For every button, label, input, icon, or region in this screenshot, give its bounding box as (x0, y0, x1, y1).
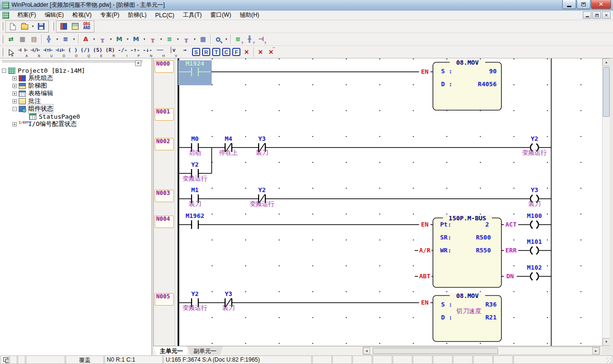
menu-view[interactable]: 检视(V) (68, 10, 96, 20)
tool-contact-up[interactable]: ⊣↑⊢U (42, 46, 54, 57)
tool-step-r[interactable]: R (202, 48, 210, 56)
toolbar-grip[interactable] (1, 22, 3, 31)
expand-icon[interactable]: + (12, 99, 17, 103)
collapse-icon[interactable]: - (2, 68, 6, 73)
status-windows-panel[interactable] (0, 355, 9, 364)
coil-m101[interactable]: M101 (527, 238, 551, 254)
calculator-button[interactable]: ▦ (197, 34, 209, 45)
delete-network-button[interactable]: ×→ (266, 48, 276, 57)
coil-y3[interactable]: Y3 装刀 (528, 186, 551, 207)
ladder-editor[interactable]: N000 N001 N002 N003 N004 N005 M1924 (153, 58, 602, 346)
tool-counter-c[interactable]: C (222, 48, 230, 56)
mdi-document-icon[interactable] (2, 12, 9, 19)
tool-horizontal-line[interactable]: ──H (154, 46, 166, 57)
tree-item-io-config[interactable]: + I/OXY I/O编号配置状态 (0, 120, 151, 128)
open-file-dropdown[interactable]: ▼ (30, 21, 35, 32)
network-dropdown[interactable]: ▼ (55, 34, 60, 45)
open-file-button[interactable] (19, 21, 30, 32)
tool-contact-a[interactable]: ⊣ ⊢A (17, 46, 29, 57)
menu-help[interactable]: 辅助(H) (236, 10, 264, 20)
tool-coil-set[interactable]: (S)E (91, 46, 104, 57)
network-button[interactable]: ╬ (43, 34, 55, 45)
tree-item-table-edit[interactable]: + 表格编辑 (0, 90, 151, 97)
new-file-button[interactable] (7, 21, 19, 32)
register-book-button[interactable]: ▤ (28, 34, 40, 45)
monitor-m-button[interactable]: ╥ (181, 34, 192, 45)
contact-y2-branch[interactable]: Y2 变频运行 (182, 161, 207, 182)
scroll-up-button[interactable]: ▲ (602, 58, 610, 66)
mdi-restore-button[interactable] (592, 11, 601, 19)
comment-edit-button[interactable]: A (80, 34, 91, 45)
motor-stop-dropdown[interactable]: ▼ (142, 34, 147, 45)
toolbar-grip[interactable] (52, 22, 54, 31)
org-and-button[interactable]: ORG AND (81, 21, 92, 32)
toolbar-grip[interactable] (1, 48, 3, 57)
motor-run-dropdown[interactable]: ▼ (125, 34, 130, 45)
contact-m0[interactable]: M0 启动 (189, 135, 201, 156)
tree-item-comment[interactable]: + 批注 (0, 97, 151, 105)
contact-y3-nc[interactable]: Y3 装刀 (256, 135, 268, 156)
monitor-point-dropdown[interactable]: ▼ (108, 34, 114, 45)
expand-icon[interactable]: + (12, 91, 17, 96)
contact-m4-nc[interactable]: M4 停在上 (219, 135, 238, 156)
tool-falling-edge[interactable]: -↓-N (141, 46, 154, 57)
expand-icon[interactable]: + (12, 122, 17, 126)
zoom-view-button[interactable] (212, 34, 224, 45)
panel-close-button[interactable]: × (135, 60, 141, 66)
save-button[interactable] (35, 21, 47, 32)
motor-stop-button[interactable]: M (130, 34, 142, 45)
horizontal-scrollbar[interactable]: ◄ ► (363, 347, 600, 355)
panel-drag-handle[interactable]: × (2, 59, 143, 65)
motor-run-button[interactable]: M (114, 34, 125, 45)
menu-edit[interactable]: 编辑(E) (40, 10, 68, 20)
vertical-scrollbar[interactable]: ▲ ▼ (602, 58, 610, 346)
comment-edit-dropdown[interactable]: ▼ (91, 34, 97, 45)
ladder-window-button[interactable] (69, 21, 81, 32)
delete-row-button[interactable]: × (255, 48, 266, 57)
ladder-row-button[interactable]: ≡ (60, 34, 71, 45)
monitor-a-dropdown[interactable]: ▼ (159, 34, 164, 45)
menu-ladder[interactable]: 阶梯(L) (124, 10, 151, 20)
menu-project[interactable]: 专案(P) (96, 10, 124, 20)
tree-item-component-status[interactable]: - 组件状态 (0, 105, 151, 113)
status-list-button[interactable]: ≡ (164, 34, 175, 45)
coil-m102[interactable]: M102 (527, 264, 551, 280)
scroll-right-button[interactable]: ► (592, 347, 600, 354)
toolbar-grip[interactable] (1, 35, 3, 44)
contact-m1962[interactable]: M1962 (185, 212, 204, 229)
collapse-icon[interactable]: - (12, 107, 17, 111)
tool-coil-out[interactable]: ( )O (67, 46, 79, 57)
tree-item-ladder-diagram[interactable]: + 阶梯图 (0, 82, 151, 90)
restore-button[interactable] (577, 0, 590, 9)
contact-y2[interactable]: Y2 变频运行 (182, 290, 207, 311)
menu-plc[interactable]: PLC(C) (151, 11, 179, 20)
contact-m1[interactable]: M1 装刀 (189, 186, 201, 207)
contact-y3-nc[interactable]: Y3 装刀 (222, 290, 235, 311)
function-block-mbus[interactable]: 150P.M-BUS Pt: 2 SR: R500 WR: R550 (433, 215, 501, 287)
close-button[interactable]: ✕ (591, 0, 611, 9)
tool-contact-b[interactable]: ⊣/⊢B (29, 46, 42, 57)
coil-y2[interactable]: Y2 变频运行 (522, 135, 551, 156)
minimize-button[interactable] (562, 0, 576, 9)
mdi-close-button[interactable]: ✕ (602, 11, 611, 19)
project-window-button[interactable] (58, 21, 69, 32)
tool-function-f[interactable]: F (232, 48, 240, 56)
expand-icon[interactable]: + (12, 76, 17, 80)
tool-coil-reset[interactable]: (R)R (104, 46, 116, 57)
menu-window[interactable]: 窗口(W) (206, 10, 235, 20)
tree-item-system-config[interactable]: + 系统组态 (0, 74, 151, 82)
tool-rising-edge[interactable]: -↑-P (129, 46, 141, 57)
ladder-canvas[interactable]: M1924 EN 08.MOV S : 90 D : R4056 (154, 58, 602, 346)
tool-step-s[interactable]: S (192, 48, 200, 56)
function-block-mov2[interactable]: 08.MOV S : R36 切刀速度 D : R21 (433, 292, 501, 341)
tool-invert[interactable]: -/-I (116, 46, 129, 57)
ladder-row-dropdown[interactable]: ▼ (71, 34, 77, 45)
tree-item-project[interactable]: - Project0 [B1z-14M] (0, 67, 151, 74)
monitor-m-dropdown[interactable]: ▼ (192, 34, 197, 45)
contact-status-button[interactable]: ⊣? (255, 34, 267, 45)
replace-element-button[interactable]: ⇄ (5, 34, 17, 45)
tool-contact-down[interactable]: ⊣↓⊢D (54, 46, 67, 57)
resize-grip[interactable] (606, 357, 613, 364)
ic-chip-button[interactable]: ▦ (17, 34, 28, 45)
run-status-button[interactable]: ≡? (232, 34, 244, 45)
